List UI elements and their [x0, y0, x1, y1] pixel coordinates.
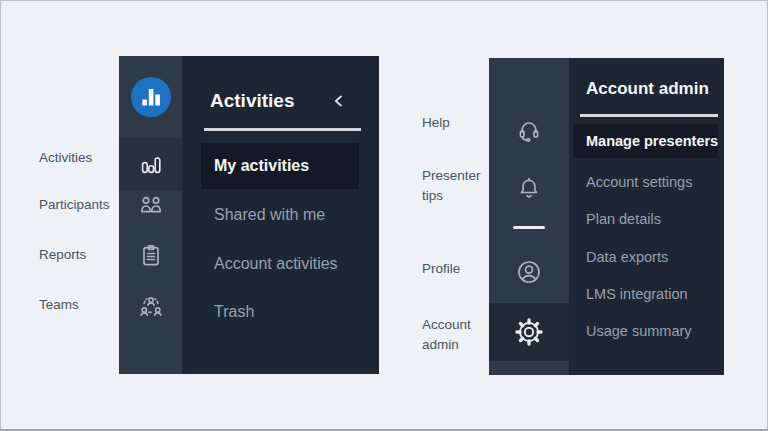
- rail-item-participants[interactable]: [119, 193, 182, 219]
- annotation-teams: Teams: [39, 295, 79, 315]
- rail-item-teams[interactable]: [119, 294, 182, 320]
- left-icon-rail: [119, 56, 182, 374]
- menu-item-account-settings[interactable]: Account settings: [586, 173, 692, 192]
- menu-item-shared-with-me[interactable]: Shared with me: [214, 205, 325, 225]
- annotation-presenter-tips: Presenter tips: [422, 166, 492, 206]
- menu-item-label: My activities: [214, 156, 309, 176]
- gear-icon: [513, 316, 545, 348]
- menu-item-trash[interactable]: Trash: [214, 302, 254, 322]
- menu-item-manage-presenters[interactable]: Manage presenters: [574, 124, 718, 158]
- annotation-account-admin: Account admin: [422, 315, 492, 355]
- left-sidebar: Activities My activities Shared with me …: [119, 56, 379, 374]
- annotation-profile: Profile: [422, 259, 460, 279]
- rail-item-account-admin[interactable]: [489, 303, 569, 361]
- menu-item-data-exports[interactable]: Data exports: [586, 248, 668, 267]
- menu-item-usage-summary[interactable]: Usage summary: [586, 322, 692, 341]
- rail-item-reports[interactable]: [119, 243, 182, 269]
- annotation-help: Help: [422, 113, 450, 133]
- teams-icon: [138, 294, 164, 320]
- rail-item-presenter-tips[interactable]: [489, 175, 569, 203]
- menu-item-account-activities[interactable]: Account activities: [214, 254, 338, 274]
- bell-icon: [515, 175, 543, 203]
- rail-divider: [513, 226, 545, 229]
- right-icon-rail: [489, 58, 569, 375]
- left-expanded-panel: Activities My activities Shared with me …: [182, 56, 379, 374]
- right-panel-title: Account admin: [586, 79, 709, 99]
- menu-item-my-activities[interactable]: My activities: [201, 143, 359, 189]
- profile-icon: [514, 257, 544, 287]
- menu-item-plan-details[interactable]: Plan details: [586, 210, 661, 229]
- rail-item-help[interactable]: [489, 117, 569, 145]
- menu-item-lms-integration[interactable]: LMS integration: [586, 285, 688, 304]
- participants-icon: [138, 193, 164, 219]
- app-logo-button[interactable]: [119, 56, 182, 138]
- rail-item-activities[interactable]: [119, 138, 182, 191]
- annotation-activities: Activities: [39, 148, 92, 168]
- menu-item-label: Manage presenters: [586, 132, 718, 151]
- annotation-reports: Reports: [39, 245, 86, 265]
- bar-chart-logo-icon: [131, 77, 171, 117]
- right-sidebar: Account admin Manage presenters Account …: [489, 58, 724, 375]
- headset-icon: [515, 117, 543, 145]
- left-header-divider: [204, 128, 361, 131]
- screenshot-canvas: Activities Participants Reports Teams He…: [0, 0, 768, 431]
- left-panel-title: Activities: [210, 90, 294, 112]
- bar-chart-icon: [138, 152, 164, 178]
- collapse-chevron-icon[interactable]: [330, 92, 348, 110]
- right-expanded-panel: Account admin Manage presenters Account …: [569, 58, 724, 375]
- annotation-participants: Participants: [39, 195, 110, 215]
- rail-item-profile[interactable]: [489, 257, 569, 287]
- right-header-divider: [580, 114, 718, 117]
- app-logo: [131, 77, 171, 117]
- clipboard-icon: [138, 243, 164, 269]
